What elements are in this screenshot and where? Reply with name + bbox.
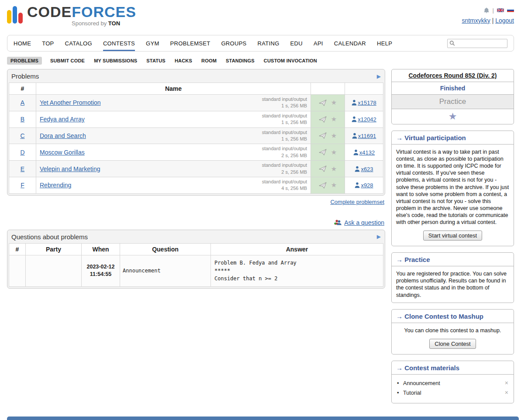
flag-en-icon[interactable] [497, 8, 504, 13]
material-close-icon[interactable]: × [505, 379, 508, 386]
subnav-item-status[interactable]: STATUS [145, 57, 166, 65]
material-tutorial-link[interactable]: Tutorial [403, 390, 421, 396]
questions-box: Questions about problems ▶ # Party When … [7, 230, 385, 289]
solved-count-link[interactable]: x4132 [359, 149, 375, 156]
nav-item-gym[interactable]: GYM [146, 35, 159, 51]
contest-mode-label: Practice [439, 97, 466, 106]
nav-item-help[interactable]: HELP [377, 35, 392, 51]
questions-expand-arrow-icon[interactable]: ▶ [377, 234, 381, 240]
start-virtual-contest-button[interactable]: Start virtual contest [423, 231, 482, 241]
problem-row: C Dora and Search standard input/output … [9, 127, 383, 144]
clone-contest-box: → Clone Contest to Mashup You can clone … [391, 309, 514, 355]
problem-limits: standard input/output 4 s, 256 MB [262, 179, 307, 192]
nav-item-api[interactable]: API [314, 35, 323, 51]
favorite-star-icon[interactable]: ★ [331, 132, 337, 140]
subnav-item-standings[interactable]: STANDINGS [225, 57, 255, 65]
bell-icon[interactable] [483, 7, 490, 14]
problem-name-link[interactable]: Moscow Gorillas [40, 149, 85, 156]
problem-name-link[interactable]: Rebrending [40, 182, 71, 189]
problems-expand-arrow-icon[interactable]: ▶ [377, 73, 381, 79]
solvers-icon [352, 100, 357, 106]
user-row: sntmxykky | Logout [462, 17, 514, 24]
subnav-item-room[interactable]: ROOM [200, 57, 217, 65]
problem-letter-link[interactable]: D [20, 149, 24, 156]
problems-col-actions [311, 83, 345, 95]
solved-count-link[interactable]: x11691 [358, 133, 376, 139]
problem-row: E Velepin and Marketing standard input/o… [9, 161, 383, 177]
contest-status-label: Finished [440, 85, 466, 92]
subnav-item-submit-code[interactable]: SUBMIT CODE [49, 57, 86, 65]
complete-problemset-link[interactable]: Complete problemset [330, 199, 384, 205]
submit-plane-icon[interactable] [319, 182, 327, 189]
problem-letter-link[interactable]: E [21, 165, 24, 172]
solved-count-link[interactable]: x928 [361, 182, 373, 189]
favorite-star-icon[interactable]: ★ [331, 165, 337, 173]
contest-favorite-star-icon[interactable]: ★ [449, 111, 457, 122]
nav-item-calendar[interactable]: CALENDAR [334, 35, 366, 51]
ask-question-link[interactable]: Ask a question [344, 219, 384, 226]
nav-item-contests[interactable]: CONTESTS [103, 35, 135, 51]
username-link[interactable]: sntmxykky [462, 17, 490, 24]
nav-item-top[interactable]: TOP [42, 35, 54, 51]
flag-ru-icon[interactable] [507, 8, 514, 13]
nav-item-edu[interactable]: EDU [290, 35, 303, 51]
problem-letter-link[interactable]: A [21, 99, 24, 106]
codeforces-logo[interactable]: CODEFORCES Sponsored by TON [7, 4, 136, 32]
subnav-item-hacks[interactable]: HACKS [174, 57, 193, 65]
question-party [26, 255, 82, 286]
nav-item-problemset[interactable]: PROBLEMSET [170, 35, 210, 51]
search-input[interactable] [447, 39, 507, 48]
problems-col-name: Name [36, 83, 311, 95]
material-announcement-link[interactable]: Announcement [403, 380, 440, 386]
problem-time-memory: 1 s, 256 MB [262, 103, 307, 109]
submit-plane-icon[interactable] [319, 100, 327, 106]
favorite-star-icon[interactable]: ★ [331, 115, 337, 123]
solved-count-link[interactable]: x623 [361, 166, 373, 172]
subnav-item-custom-invocation[interactable]: CUSTOM INVOCATION [263, 57, 318, 65]
problem-name-link[interactable]: Dora and Search [40, 132, 86, 139]
problem-time-memory: 1 s, 256 MB [262, 119, 307, 126]
logout-link[interactable]: Logout [495, 17, 514, 24]
contest-materials-box: → Contest materials • Announcement × • T… [391, 361, 514, 403]
sponsored-by-text: Sponsored by [72, 20, 108, 27]
question-answer: Problem B. Fedya and Array ***** Conside… [211, 255, 383, 286]
complete-problemset-row: Complete problemset [8, 199, 384, 205]
problem-limits: standard input/output 2 s, 256 MB [262, 162, 307, 176]
problem-name-link[interactable]: Fedya and Array [40, 116, 85, 123]
submit-plane-icon[interactable] [319, 165, 327, 172]
solvers-icon [355, 166, 360, 172]
subnav-item-problems[interactable]: PROBLEMS [7, 57, 42, 65]
contest-sub-navigation: PROBLEMS SUBMIT CODE MY SUBMISSIONS STAT… [7, 57, 514, 65]
subnav-item-my-submissions[interactable]: MY SUBMISSIONS [93, 57, 138, 65]
problem-letter-link[interactable]: F [21, 182, 24, 189]
nav-item-groups[interactable]: GROUPS [221, 35, 246, 51]
solved-count-link[interactable]: x15178 [358, 100, 376, 106]
submit-plane-icon[interactable] [319, 116, 327, 123]
materials-list: • Announcement × • Tutorial × [392, 375, 514, 403]
problem-name-link[interactable]: Velepin and Marketing [40, 165, 100, 172]
contest-title-link[interactable]: Codeforces Round 852 (Div. 2) [408, 72, 497, 79]
problem-io: standard input/output [262, 96, 307, 103]
language-separator: | [493, 7, 494, 14]
left-column: Problems ▶ # Name A Yet Anoth [7, 69, 385, 289]
favorite-star-icon[interactable]: ★ [331, 148, 337, 156]
problem-letter-link[interactable]: C [20, 132, 24, 139]
nav-item-rating[interactable]: RATING [258, 35, 279, 51]
clone-contest-button[interactable]: Clone Contest [429, 339, 476, 349]
favorite-star-icon[interactable]: ★ [331, 181, 337, 189]
solved-count-link[interactable]: x12042 [358, 116, 376, 123]
answer-line: Problem B. Fedya and Array [214, 259, 380, 267]
contest-materials-title: → Contest materials [392, 361, 514, 375]
material-close-icon[interactable]: × [505, 389, 508, 396]
logo-text: CODEFORCES Sponsored by TON [27, 4, 136, 26]
virtual-participation-text: Virtual contest is a way to take part in… [392, 145, 514, 230]
submit-plane-icon[interactable] [319, 149, 327, 155]
problem-name-link[interactable]: Yet Another Promotion [40, 99, 101, 106]
question-text: Announcement [120, 255, 211, 286]
nav-item-home[interactable]: HOME [14, 35, 31, 51]
problems-table: # Name A Yet Another Promotion standard … [9, 83, 383, 194]
nav-item-catalog[interactable]: CATALOG [65, 35, 92, 51]
favorite-star-icon[interactable]: ★ [331, 99, 337, 107]
submit-plane-icon[interactable] [319, 132, 327, 139]
problem-letter-link[interactable]: B [21, 116, 24, 123]
